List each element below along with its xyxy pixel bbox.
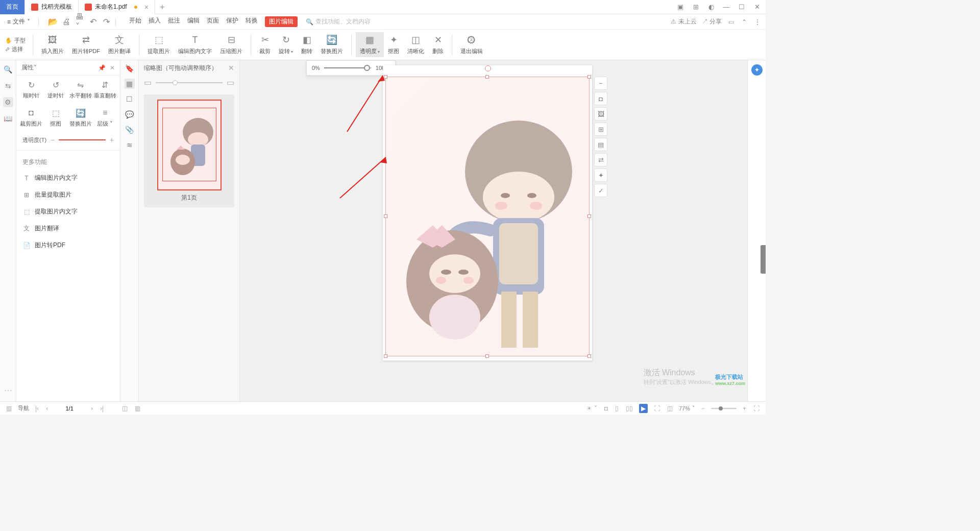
replace2-button[interactable]: 🔄替换图片 <box>69 108 92 128</box>
rotate-button[interactable]: ↻旋转▾ <box>275 32 297 57</box>
maximize-icon[interactable]: ☐ <box>737 3 746 12</box>
side-handle[interactable] <box>761 245 766 274</box>
float-crop-button[interactable]: ◘ <box>594 92 607 105</box>
opacity-popup-slider[interactable] <box>324 67 372 68</box>
edit-text-button[interactable]: T编辑图内文字 <box>174 32 216 57</box>
hand-tool[interactable]: ✋ 手型 <box>5 37 26 44</box>
float-page-button[interactable]: ▤ <box>594 138 607 151</box>
apps-icon[interactable]: ⊞ <box>691 3 700 12</box>
last-page-icon[interactable]: ›| <box>99 405 105 412</box>
tab-home[interactable]: 首页 <box>0 0 25 14</box>
replace-button[interactable]: 🔄替换图片 <box>316 32 347 57</box>
tab-image-edit[interactable]: 图片编辑 <box>265 16 298 27</box>
user-icon[interactable]: ◐ <box>706 3 716 12</box>
select-tool[interactable]: ⬀ 选择 <box>5 45 26 53</box>
view-mode2-icon[interactable]: ▥ <box>134 405 141 412</box>
share-button[interactable]: ↗ 分享 <box>702 17 722 26</box>
thumb-card[interactable]: 第1页 <box>144 94 234 207</box>
status-crop-icon[interactable]: ◘ <box>603 405 609 412</box>
translate-item[interactable]: 文图片翻译 <box>16 220 120 237</box>
undo-icon[interactable]: ↶ <box>89 18 97 26</box>
flip-h-button[interactable]: ⇋水平翻转 <box>69 80 92 100</box>
rail-more-icon[interactable]: ⋯ <box>4 385 12 397</box>
print-icon[interactable]: 🖶 ˅ <box>76 18 84 26</box>
tab-convert[interactable]: 转换 <box>246 16 258 27</box>
zoom-in-icon[interactable]: + <box>742 405 747 412</box>
extract-text-item[interactable]: ⬚提取图片内文字 <box>16 203 120 220</box>
rotate-handle[interactable] <box>485 65 491 71</box>
insert-image-button[interactable]: 🖼插入图片 <box>37 32 68 57</box>
fullscreen-icon[interactable]: ⛶ <box>752 405 761 412</box>
more-icon[interactable]: ⋮ <box>753 18 762 26</box>
float-check-button[interactable]: ✓ <box>594 184 607 197</box>
layout-icon[interactable]: ▣ <box>676 3 685 12</box>
opacity-slider[interactable] <box>59 139 106 140</box>
add-tab-button[interactable]: + <box>155 3 169 12</box>
thumb-zoom-in-icon[interactable]: ▭ <box>227 78 234 87</box>
status-play-icon[interactable]: ▶ <box>639 404 648 413</box>
cutout-button[interactable]: ✦抠图 <box>384 32 403 57</box>
delete-button[interactable]: ✕删除 <box>428 32 448 57</box>
float-translate-button[interactable]: ⇄ <box>594 153 607 166</box>
rail-search-icon[interactable]: 🔍 <box>3 64 13 75</box>
close-thumb-icon[interactable]: ✕ <box>228 64 234 72</box>
batch-extract-item[interactable]: ⊞批量提取图片 <box>16 186 120 203</box>
flip-v-button[interactable]: ⇵垂直翻转 <box>93 80 117 100</box>
layers-icon[interactable]: ≋ <box>125 140 135 150</box>
float-magic-button[interactable]: ✦ <box>594 168 607 182</box>
page-input[interactable] <box>54 405 85 412</box>
opacity-button[interactable]: ▦透明度▾ <box>356 32 384 57</box>
canvas[interactable]: 0% 100% <box>240 60 747 401</box>
first-page-icon[interactable]: |‹ <box>34 405 40 412</box>
selection-frame[interactable] <box>385 77 590 356</box>
status-fit-icon[interactable]: ⛶ <box>653 405 661 412</box>
image-translate-button[interactable]: 文图片翻译 <box>104 32 135 57</box>
attach-icon[interactable]: 📎 <box>125 125 135 135</box>
opacity-plus-button[interactable]: + <box>110 136 114 144</box>
tab-protect[interactable]: 保护 <box>226 16 238 27</box>
minimize-icon[interactable]: — <box>722 3 731 12</box>
edit-image-text-item[interactable]: T编辑图片内文字 <box>16 170 120 186</box>
thumb-page-1[interactable] <box>157 100 222 190</box>
brightness-icon[interactable]: ☀ ˅ <box>585 405 598 412</box>
status-single-icon[interactable]: ▯ <box>614 405 620 412</box>
panel-icon[interactable]: ▭ <box>727 18 735 26</box>
zoom-out-icon[interactable]: − <box>700 405 706 412</box>
assistant-badge[interactable]: ✦ <box>751 64 763 76</box>
tab-insert[interactable]: 插入 <box>149 16 161 27</box>
pin-icon[interactable]: 📌 <box>98 64 106 71</box>
compress-button[interactable]: ⊟压缩图片 <box>216 32 247 57</box>
layer-button[interactable]: ≡层级 ˅ <box>93 108 117 128</box>
search-area[interactable]: 🔍 查找功能、文档内容 <box>306 17 371 26</box>
collapse-icon[interactable]: ⌃ <box>740 18 748 26</box>
to-pdf-item[interactable]: 📄图片转PDF <box>16 237 120 254</box>
sharpen-button[interactable]: ◫清晰化 <box>403 32 428 57</box>
float-minus-button[interactable]: − <box>594 77 607 90</box>
rail-read-icon[interactable]: 📖 <box>3 113 13 124</box>
status-width-icon[interactable]: ◫ <box>666 405 674 412</box>
redo-icon[interactable]: ↷ <box>102 18 110 26</box>
thumb-zoom-slider[interactable] <box>156 82 223 83</box>
crop-button[interactable]: ✂裁剪 <box>255 32 275 57</box>
tab-annotate[interactable]: 批注 <box>168 16 180 27</box>
nav-panel-icon[interactable]: ▥ <box>5 405 13 412</box>
cutout2-button[interactable]: ⬚抠图 <box>44 108 67 128</box>
rail-settings-icon[interactable]: ⚙ <box>3 97 13 107</box>
close-tab-icon[interactable]: × <box>144 3 149 11</box>
zoom-slider[interactable] <box>711 408 737 409</box>
save-icon[interactable]: 🖨 <box>62 18 70 26</box>
next-page-icon[interactable]: › <box>90 405 94 412</box>
bookmark-icon[interactable]: 🔖 <box>125 63 135 74</box>
close-window-icon[interactable]: ✕ <box>752 3 762 12</box>
exit-edit-button[interactable]: ⮿退出编辑 <box>456 32 487 57</box>
comment-icon[interactable]: 💬 <box>125 109 135 119</box>
image-to-pdf-button[interactable]: ⇄图片转PDF <box>68 32 104 57</box>
tab-page[interactable]: 页面 <box>207 16 219 27</box>
thumbnail-icon[interactable]: ▦ <box>125 79 135 89</box>
rotate-ccw-button[interactable]: ↺逆时针 <box>44 80 67 100</box>
crop-image-button[interactable]: ◘裁剪图片 <box>19 108 43 128</box>
flip-button[interactable]: ◧翻转 <box>297 32 316 57</box>
cloud-status[interactable]: ⚠ 未上云 <box>671 17 696 26</box>
menu-hamburger[interactable]: ≡ 文件 ˅ <box>4 16 33 27</box>
opacity-minus-button[interactable]: − <box>51 136 55 144</box>
